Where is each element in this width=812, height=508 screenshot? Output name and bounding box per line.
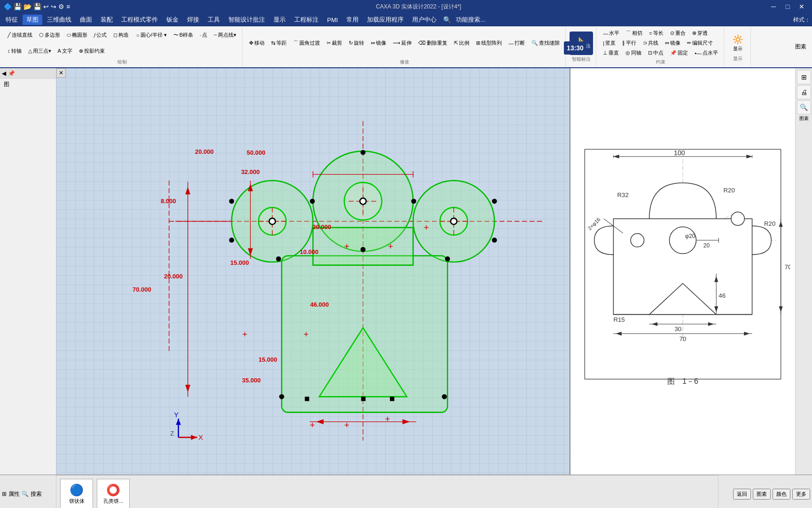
panel-pin-icon[interactable]: 📌 bbox=[8, 70, 15, 77]
btn-yanshen[interactable]: ⟶ 延伸 bbox=[390, 38, 414, 48]
save2-icon[interactable]: 💾 bbox=[33, 3, 41, 10]
dim-15-bot: 15.000 bbox=[258, 356, 277, 363]
menu-tezheng[interactable]: 特征 bbox=[2, 15, 22, 25]
btn-xuanzhuan[interactable]: ↻ 旋转 bbox=[346, 38, 367, 48]
rt-btn-2[interactable]: 🖨 bbox=[797, 85, 811, 99]
menu-zhuangpei[interactable]: 装配 bbox=[97, 15, 117, 25]
menu-gongchengmoshi[interactable]: 工程模式零件 bbox=[117, 15, 162, 25]
menu-yonghu[interactable]: 用户中心 bbox=[408, 15, 440, 25]
menu-hanjie[interactable]: 焊接 bbox=[183, 15, 203, 25]
handle-lc-top bbox=[229, 199, 234, 204]
btn-zhuanzhou[interactable]: ↕ 转轴 bbox=[5, 46, 24, 56]
btn-dengju[interactable]: ⇆ 等距 bbox=[268, 38, 289, 48]
btn-guding[interactable]: 📌固定 bbox=[667, 48, 691, 58]
btn-zhongdian[interactable]: ⊡中点 bbox=[645, 48, 666, 58]
btn-byang[interactable]: 〜 B样条 bbox=[171, 30, 196, 40]
menu-bar: 特征 草图 三维曲线 曲面 装配 工程模式零件 钣金 焊接 工具 智能设计批注 … bbox=[0, 13, 812, 26]
btn-chazhaofengxi[interactable]: 🔍 查找缝隙 bbox=[529, 38, 562, 48]
btn-tongzhou[interactable]: ◎同轴 bbox=[623, 48, 644, 58]
btn-shuiping[interactable]: —水平 bbox=[600, 28, 622, 38]
btn-chuizhi[interactable]: ⊥垂直 bbox=[600, 48, 622, 58]
btn-gouzao[interactable]: ◻ 构造 bbox=[110, 30, 132, 40]
formula-icon: 𝑓 bbox=[94, 32, 95, 38]
redo-icon[interactable]: ↪ bbox=[51, 3, 56, 10]
menu-gongju[interactable]: 工具 bbox=[204, 15, 224, 25]
btn-shuzhi[interactable]: |竖直 bbox=[600, 38, 618, 48]
properties-tab[interactable]: 属性 bbox=[8, 490, 20, 498]
open-icon[interactable]: 📂 bbox=[23, 3, 31, 10]
btn-pingxing[interactable]: ∥平行 bbox=[619, 38, 639, 48]
rt-btn-3[interactable]: 🔍 bbox=[797, 100, 811, 114]
btn-shanchu[interactable]: ⌫ 删除重复 bbox=[415, 38, 450, 48]
panel-item-tu[interactable]: 图 bbox=[0, 79, 56, 90]
text-icon: A bbox=[58, 48, 61, 54]
btn-xianqie[interactable]: ⌒相切 bbox=[623, 28, 645, 38]
btn-zhonghe[interactable]: ⊙重合 bbox=[667, 28, 688, 38]
save-icon[interactable]: 💾 bbox=[14, 3, 22, 10]
btn-gongshi[interactable]: 𝑓 公式 bbox=[91, 30, 109, 40]
menu-gongchengbiaozhu[interactable]: 工程标注 bbox=[290, 15, 322, 25]
arrow-70-up bbox=[185, 187, 190, 194]
handle-left-top bbox=[310, 199, 315, 204]
btn-xianxingzhenlie[interactable]: ⊞ 线型阵列 bbox=[473, 38, 505, 48]
constraint-plus2: + bbox=[344, 241, 350, 251]
menu-banjin[interactable]: 钣金 bbox=[163, 15, 182, 25]
menu-3dquxian[interactable]: 三维曲线 bbox=[43, 15, 75, 25]
drawing-button[interactable]: 图素 bbox=[753, 489, 771, 500]
panel-toggle-icon[interactable]: ◀ bbox=[2, 70, 6, 77]
thumb-bingzhuang[interactable]: 🔵 饼状体 bbox=[60, 479, 93, 508]
left-panel: ◀ 📌 图 bbox=[0, 68, 56, 475]
menu-search[interactable]: 功能搜索... bbox=[452, 15, 489, 25]
minimize-button[interactable]: ─ bbox=[767, 2, 780, 11]
menu-zhineng[interactable]: 智能设计批注 bbox=[225, 15, 269, 25]
btn-bianjichicun[interactable]: ✏编辑尺寸 bbox=[684, 38, 716, 48]
btn-yidong[interactable]: ✥ 移动 bbox=[246, 38, 267, 48]
menu-xianshi[interactable]: 显示 bbox=[270, 15, 289, 25]
undo-icon[interactable]: ↩ bbox=[43, 3, 49, 10]
btn-duobianxing[interactable]: ⬡ 多边形 bbox=[36, 30, 63, 40]
fig-title: 图 1－6 bbox=[667, 377, 698, 385]
menu-qumian[interactable]: 曲面 bbox=[76, 15, 96, 25]
btn-daoduan[interactable]: — 打断 bbox=[506, 38, 528, 48]
btn-xianshi-big[interactable]: 🔆 显示 bbox=[728, 32, 748, 55]
btn-gongxian[interactable]: ⊃共线 bbox=[640, 38, 661, 48]
btn-lianzuxianxian[interactable]: ╱ 连续直线 bbox=[5, 30, 35, 40]
menu-pmi[interactable]: PMI bbox=[323, 16, 342, 24]
btn-wenzi[interactable]: A 文字 bbox=[55, 46, 75, 56]
btn-dengchang[interactable]: =等长 bbox=[646, 28, 666, 38]
r15-text: R15 bbox=[613, 316, 625, 323]
btn-yongsandian[interactable]: △ 用三点▾ bbox=[25, 46, 54, 56]
settings-icon[interactable]: ⚙ bbox=[58, 3, 64, 10]
btn-yuanjiao[interactable]: ⌒ 圆角过渡 bbox=[290, 38, 323, 48]
close-button[interactable]: ✕ bbox=[795, 2, 808, 11]
btn-bili[interactable]: ⇱ 比例 bbox=[451, 38, 472, 48]
btn-dian[interactable]: · 点 bbox=[197, 30, 210, 40]
back-button[interactable]: 返回 bbox=[733, 489, 751, 500]
btn-touyingyueshu[interactable]: ⊕ 投影约束 bbox=[76, 46, 108, 56]
thumb-kongzhuang[interactable]: ⭕ 孔类饼... bbox=[97, 479, 130, 508]
btn-caijian[interactable]: ✂ 裁剪 bbox=[324, 38, 345, 48]
btn-chuantou[interactable]: ⊗穿透 bbox=[689, 28, 710, 38]
menu-icon[interactable]: ≡ bbox=[66, 3, 70, 10]
drawing-canvas-area[interactable]: + + + + + + + + X Y Z 20.000 50.000 32.0… bbox=[56, 68, 570, 475]
search-tab[interactable]: 搜索 bbox=[31, 490, 42, 498]
maximize-button[interactable]: □ bbox=[781, 2, 794, 11]
rotate-icon: ↻ bbox=[349, 40, 353, 46]
more-button[interactable]: 更多 bbox=[792, 489, 810, 500]
btn-yuanxin[interactable]: ○ 圆心/半径 ▾ bbox=[133, 30, 170, 40]
left-panel-content: 图 bbox=[0, 79, 56, 475]
color-button[interactable]: 颜色 bbox=[773, 489, 790, 500]
menu-changyong[interactable]: 常用 bbox=[343, 15, 362, 25]
btn-tuoyuan[interactable]: ⬭ 椭圆形 bbox=[64, 30, 90, 40]
group-label-xiugai: 修改 bbox=[246, 59, 562, 65]
constraint-plus4: + bbox=[424, 222, 429, 232]
technical-drawing: 100 R32 R20 R20 φ20 20 2×φ16 R15 bbox=[575, 73, 790, 470]
menu-jiazai[interactable]: 加载应用程序 bbox=[363, 15, 407, 25]
drawing-close-btn[interactable]: ✕ bbox=[56, 68, 66, 78]
btn-jingxiang[interactable]: ⇔ 镜像 bbox=[368, 38, 389, 48]
btn-lianzhi[interactable]: ╌ 两点线▾ bbox=[211, 30, 239, 40]
rt-btn-1[interactable]: ⊞ bbox=[797, 70, 811, 84]
btn-jingxiang2[interactable]: ⇔镜像 bbox=[662, 38, 683, 48]
menu-caotu[interactable]: 草图 bbox=[23, 15, 42, 25]
btn-dianshui[interactable]: •—点水平 bbox=[692, 48, 721, 58]
